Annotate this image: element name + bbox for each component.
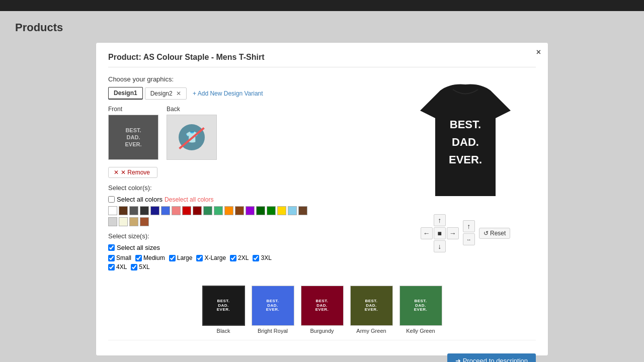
page-title: Products: [15, 21, 629, 34]
swatch-sky-blue[interactable]: [288, 206, 297, 215]
swatch-pink[interactable]: [172, 206, 181, 215]
no-design-circle: 👕: [179, 124, 205, 150]
tab-design2[interactable]: Design2 ✕: [145, 87, 187, 100]
color-sample-burgundy: BEST.DAD.EVER. Burgundy: [299, 286, 345, 334]
tab-design2-label: Design2: [150, 90, 173, 97]
front-thumbnail-text: BEST.DAD.EVER.: [125, 127, 141, 148]
color-sample-kelly-green: BEST.DAD.EVER. Kelly Green: [398, 286, 443, 334]
color-sample-label-burgundy: Burgundy: [310, 328, 334, 334]
size-3xl[interactable]: 3XL: [253, 254, 271, 261]
swatch-black[interactable]: [140, 206, 149, 215]
swatch-green[interactable]: [267, 206, 276, 215]
swatch-saddle-brown[interactable]: [235, 206, 244, 215]
deselect-all-link[interactable]: Deselect all colors: [165, 196, 213, 203]
color-sample-img-burgundy[interactable]: BEST.DAD.EVER.: [301, 286, 344, 326]
modal-footer: ➜ Proceed to description: [108, 340, 536, 345]
color-sample-img-kelly-green[interactable]: BEST.DAD.EVER.: [399, 286, 442, 326]
size-xlarge[interactable]: X-Large: [196, 254, 226, 261]
center-button[interactable]: ■: [434, 227, 446, 239]
page-background: Products × Product: AS Colour Staple - M…: [0, 11, 644, 362]
color-sample-img-black[interactable]: BEST.DAD.EVER.: [202, 286, 245, 326]
left-panel: Choose your graphics: Design1 Design2 ✕ …: [108, 75, 387, 278]
sample-shirt-text-kelly-green: BEST.DAD.EVER.: [414, 299, 428, 312]
color-swatches-row2: [108, 217, 387, 226]
color-sample-label-black: Black: [217, 328, 230, 334]
size-2xl[interactable]: 2XL: [230, 254, 249, 261]
size-4xl[interactable]: 4XL: [108, 263, 127, 270]
scale-horiz-button[interactable]: ↔: [463, 233, 475, 245]
reset-button[interactable]: ↺ Reset: [479, 228, 511, 239]
move-right-button[interactable]: →: [447, 227, 459, 239]
move-up-button[interactable]: ↑: [434, 214, 446, 226]
color-section-label: Select color(s):: [108, 184, 387, 192]
select-all-sizes-checkbox[interactable]: [108, 244, 115, 251]
swatch-dark-green[interactable]: [256, 206, 265, 215]
front-design-area: Front BEST.DAD.EVER.: [108, 106, 158, 160]
swatch-white[interactable]: [108, 206, 117, 215]
color-sample-label-bright-royal: Bright Royal: [258, 328, 288, 334]
color-swatches: [108, 206, 387, 215]
color-sample-img-bright-royal[interactable]: BEST.DAD.EVER.: [252, 286, 294, 326]
remove-button[interactable]: ✕✕ Remove: [108, 167, 157, 178]
select-all-sizes-label[interactable]: Select all sizes: [117, 244, 160, 251]
size-row-1: Small Medium Large X-Large 2XL 3XL: [108, 254, 387, 261]
swatch-tan[interactable]: [129, 217, 138, 226]
swatch-dark-red[interactable]: [193, 206, 202, 215]
color-sample-img-army-green[interactable]: BEST.DAD.EVER.: [350, 286, 393, 326]
size-large[interactable]: Large: [169, 254, 193, 261]
tab-design1[interactable]: Design1: [108, 87, 143, 100]
size-small[interactable]: Small: [108, 254, 131, 261]
back-label: Back: [167, 106, 217, 113]
modal: × Product: AS Colour Staple - Mens T-Shi…: [96, 42, 548, 356]
move-down-button[interactable]: ↓: [434, 240, 446, 252]
size-5xl[interactable]: 5XL: [131, 263, 149, 270]
swatch-medium-green[interactable]: [214, 206, 223, 215]
color-section: Select color(s): Select all colors Desel…: [108, 184, 387, 226]
sample-shirt-text-burgundy: BEST.DAD.EVER.: [315, 299, 329, 312]
design-tabs-row: Design1 Design2 ✕ + Add New Design Varia…: [108, 87, 387, 100]
shirt-preview-svg: BEST. DAD. EVER.: [410, 75, 521, 211]
select-all-colors-checkbox[interactable]: [108, 196, 115, 203]
sample-shirt-text-army-green: BEST.DAD.EVER.: [365, 299, 378, 312]
swatch-navy[interactable]: [150, 206, 159, 215]
swatch-orange[interactable]: [224, 206, 233, 215]
swatch-sienna[interactable]: [140, 217, 149, 226]
select-all-colors-label[interactable]: Select all colors: [117, 196, 163, 203]
swatch-dark-grey[interactable]: [129, 206, 138, 215]
modal-title: Product: AS Colour Staple - Mens T-Shirt: [108, 53, 536, 67]
modal-body: Choose your graphics: Design1 Design2 ✕ …: [108, 75, 536, 278]
front-thumbnail[interactable]: BEST.DAD.EVER.: [108, 115, 158, 160]
swatch-beige[interactable]: [119, 217, 128, 226]
scale-up-button[interactable]: ↑: [463, 220, 475, 232]
swatch-royal-blue[interactable]: [161, 206, 170, 215]
controls-row: ↑ ← ■ → ↓ ↑ ↔: [421, 214, 511, 252]
svg-text:DAD.: DAD.: [452, 136, 479, 148]
add-variant-button[interactable]: + Add New Design Variant: [189, 88, 267, 99]
swatch-red[interactable]: [182, 206, 191, 215]
controls-mid: ← ■ →: [421, 227, 459, 239]
svg-text:BEST.: BEST.: [450, 118, 481, 131]
swatch-brown[interactable]: [119, 206, 128, 215]
swatch-light-grey[interactable]: [108, 217, 117, 226]
front-label: Front: [108, 106, 158, 113]
size-section-label: Select size(s):: [108, 232, 387, 240]
swatch-sea-green[interactable]: [203, 206, 212, 215]
swatch-gold[interactable]: [277, 206, 286, 215]
graphics-label: Choose your graphics:: [108, 75, 387, 83]
size-medium[interactable]: Medium: [135, 254, 165, 261]
scale-controls: ↑ ↔: [463, 220, 475, 246]
size-select-all-row: Select all sizes: [108, 244, 387, 251]
shirt-preview-container: BEST. DAD. EVER.: [410, 75, 521, 211]
back-thumbnail[interactable]: 👕: [167, 115, 217, 160]
modal-close-button[interactable]: ×: [536, 48, 541, 57]
swatch-purple[interactable]: [246, 206, 255, 215]
scale-mid: ↔: [463, 233, 475, 245]
design-areas: Front BEST.DAD.EVER. Back 👕: [108, 106, 387, 160]
tab-design1-label: Design1: [114, 89, 137, 97]
tab-design2-close[interactable]: ✕: [176, 90, 181, 97]
size-section: Select size(s): Select all sizes Small M…: [108, 232, 387, 270]
move-left-button[interactable]: ←: [421, 227, 433, 239]
proceed-button[interactable]: ➜ Proceed to description: [447, 353, 536, 362]
swatch-dark-brown[interactable]: [298, 206, 307, 215]
size-row-2: 4XL 5XL: [108, 263, 387, 270]
